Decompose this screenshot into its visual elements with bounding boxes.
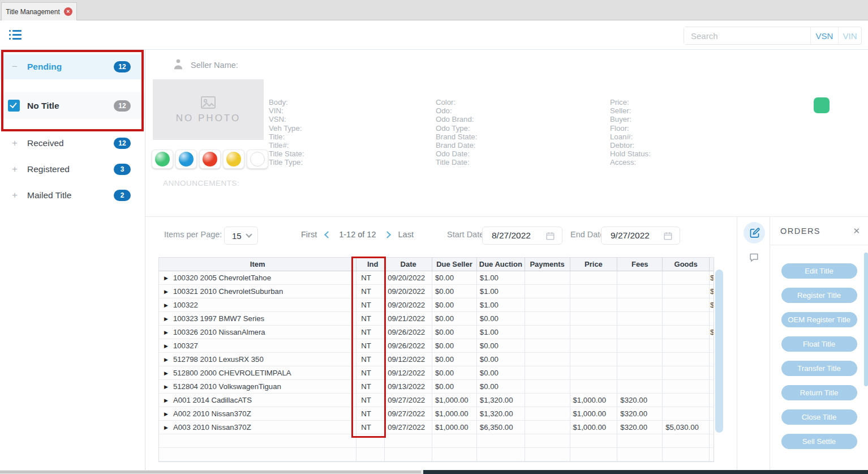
chevron-right-icon[interactable] [384,231,391,238]
sidebar-item-pending[interactable]: − Pending 12 [0,54,145,79]
menu-icon[interactable] [9,30,22,40]
table-row[interactable]: ▶ 100321 2010 ChevroletSuburban NT 09/20… [159,285,714,298]
expand-row-icon[interactable]: ▶ [164,275,168,281]
order-action-button[interactable]: Sell Settle [781,434,857,449]
price-cell [570,285,618,298]
column-header-price[interactable]: Price [570,258,618,271]
vin-toggle-button[interactable]: VIN [839,27,861,44]
edit-panel-icon[interactable] [744,222,765,244]
expand-plus-icon[interactable]: + [10,138,19,149]
due-auction-cell: $6,350.00 [477,421,525,434]
column-header-payments[interactable]: Payments [525,258,570,271]
chat-icon[interactable] [749,252,759,263]
close-tab-icon[interactable]: ✕ [64,7,72,16]
expand-row-icon[interactable]: ▶ [164,370,168,376]
clipped-cell [710,380,714,393]
field-label: Floor: [610,124,651,133]
payments-cell [525,326,570,339]
field-label: Brand Date: [436,141,477,150]
status-color-button[interactable] [175,150,197,169]
table-row[interactable]: ▶ A002 2010 Nissan370Z NT 09/27/2022 $1,… [159,407,714,421]
status-color-button[interactable] [247,150,268,169]
search-input[interactable] [684,27,811,44]
order-action-button[interactable]: OEM Register Title [781,312,857,327]
end-date-input[interactable]: 9/27/2022 [601,227,680,245]
sidebar-item-received[interactable]: + Received 12 [0,133,145,153]
item-cell: 100327 [173,341,198,350]
field-label: Debtor: [610,141,651,150]
items-per-page-select[interactable]: 15 [224,227,258,245]
column-header-date[interactable]: Date [385,258,432,271]
expand-plus-icon[interactable]: + [10,164,19,175]
item-cell: 100323 1997 BMW7 Series [173,314,264,323]
table-row[interactable]: ▶ 512798 2010 LexusRX 350 NT 09/12/2022 … [159,353,714,366]
date-cell: 09/20/2022 [385,298,432,311]
table-row[interactable]: ▶ 100323 1997 BMW7 Series NT 09/21/2022 … [159,312,714,326]
last-page-button[interactable]: Last [398,230,414,239]
checkbox-checked[interactable] [8,100,20,112]
calendar-icon[interactable] [545,231,555,241]
calendar-icon[interactable] [663,231,673,241]
clipped-cell: $ [710,271,714,284]
table-row[interactable]: ▶ A001 2014 CadillacATS NT 09/27/2022 $1… [159,394,714,407]
orders-rail: ORDERS ✕ Edit TitleRegister TitleOEM Reg… [737,216,868,470]
table-body: ▶ 100320 2005 ChevroletTahoe NT 09/20/20… [159,271,714,434]
clipped-cell: $ [710,285,714,298]
table-row[interactable]: ▶ 100320 2005 ChevroletTahoe NT 09/20/20… [159,271,714,285]
table-row[interactable]: ▶ A003 2010 Nissan370Z NT 09/27/2022 $1,… [159,421,714,434]
status-color-button[interactable] [223,150,244,169]
image-icon [200,96,216,109]
column-header-ind[interactable]: Ind [356,258,385,271]
collapse-minus-icon[interactable]: − [10,61,19,72]
order-action-button[interactable]: Float Title [781,336,857,352]
column-header-due-auction[interactable]: Due Auction [477,258,525,271]
column-header-fees[interactable]: Fees [617,258,663,271]
status-color-dot [155,152,170,166]
field-label: Access: [610,158,651,166]
vsn-toggle-button[interactable]: VSN [811,27,839,44]
expand-row-icon[interactable]: ▶ [164,343,168,349]
chevron-left-icon[interactable] [324,231,332,238]
expand-row-icon[interactable]: ▶ [164,398,168,403]
table-row[interactable]: ▶ 512800 2000 CHEVROLETIMPALA NT 09/12/2… [159,366,714,380]
close-panel-icon[interactable]: ✕ [853,226,860,236]
column-header-goods[interactable]: Goods [663,258,710,271]
first-page-button[interactable]: First [301,230,317,239]
expand-row-icon[interactable]: ▶ [164,316,168,322]
order-action-button[interactable]: Edit Title [781,263,857,279]
clipped-cell [710,353,714,366]
expand-row-icon[interactable]: ▶ [164,289,168,294]
order-action-button[interactable]: Transfer Title [781,361,857,376]
expand-row-icon[interactable]: ▶ [164,384,168,390]
start-date-input[interactable]: 8/27/2022 [482,227,562,245]
table-row[interactable]: ▶ 512804 2010 VolkswagenTiguan NT 09/13/… [159,380,714,394]
expand-row-icon[interactable]: ▶ [164,330,168,335]
expand-plus-icon[interactable]: + [10,190,19,201]
field-label: VSN: [269,115,304,123]
table-row[interactable]: ▶ 100327 NT 09/26/2022 $0.00 $0.00 [159,339,714,353]
column-header-due-seller[interactable]: Due Seller [432,258,477,271]
order-action-button[interactable]: Return Title [781,385,857,400]
status-color-button[interactable] [199,150,221,169]
ind-cell: NT [356,285,385,298]
count-badge: 12 [114,100,131,112]
expand-row-icon[interactable]: ▶ [164,425,168,430]
column-header-item[interactable]: Item [159,258,356,271]
status-color-button[interactable] [152,150,173,169]
order-action-button[interactable]: Close Title [781,409,857,425]
expand-row-icon[interactable]: ▶ [164,357,168,362]
sidebar-item-registered[interactable]: + Registered 3 [0,159,145,180]
order-action-button[interactable]: Register Title [781,288,857,303]
orders-panel-scrollbar[interactable] [864,253,868,386]
sidebar-item-no-title[interactable]: No Title 12 [0,92,145,119]
expand-row-icon[interactable]: ▶ [164,302,168,308]
expand-row-icon[interactable]: ▶ [164,411,168,417]
table-row[interactable]: ▶ 100326 2010 NissanAlmera NT 09/26/2022… [159,326,714,339]
sidebar-item-mailed-title[interactable]: + Mailed Title 2 [0,185,145,206]
horizontal-scrollbar[interactable] [0,470,868,474]
count-badge: 2 [114,190,131,201]
table-row[interactable]: ▶ 100322 NT 09/20/2022 $0.00 $1.00 $ [159,298,714,312]
tab-title-management[interactable]: Title Management ✕ [1,2,77,20]
table-vertical-scrollbar[interactable] [715,270,723,433]
horizontal-scrollbar-thumb[interactable] [0,471,421,473]
